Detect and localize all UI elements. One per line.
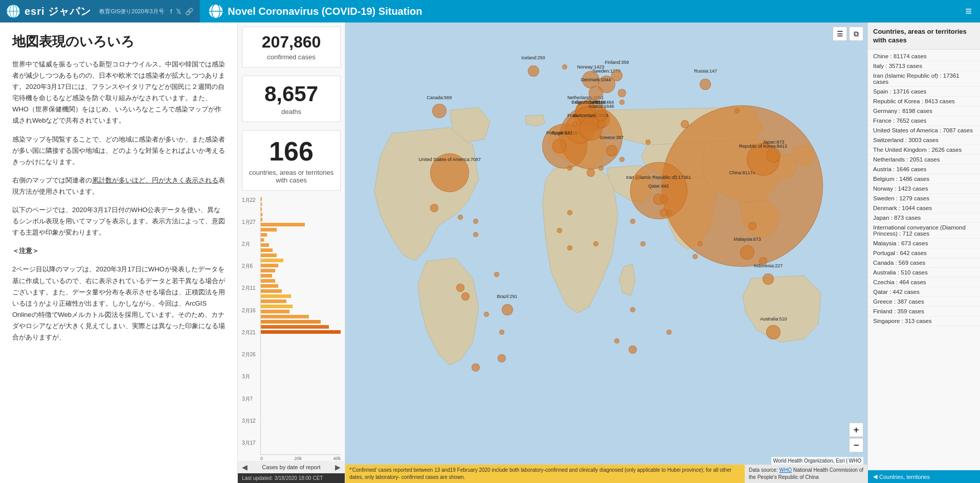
list-item[interactable]: Spain : 13716 cases [868, 87, 980, 97]
map-footnote-source: Data source: WHO National Health Commiss… [745, 465, 867, 483]
app-header: esri ジャパン 教育GIS便り2020年3月号 f 𝕏 🔗 Novel Co… [0, 0, 980, 22]
link-icon[interactable]: 🔗 [185, 8, 193, 15]
zoom-out-btn[interactable]: − [849, 438, 863, 452]
deaths-box: 8,657 deaths [242, 76, 341, 122]
paragraph-2: 感染マップを閲覧することで、どの地域に感染者が多いか、また感染者が多い国に隣接す… [12, 134, 225, 168]
map-footnote-confirmed: *'Confirmed' cases reported between 13 a… [345, 465, 745, 483]
right-panel-title: Countries, areas or territories with cas… [868, 22, 980, 50]
list-item[interactable]: Portugal : 642 cases [868, 248, 980, 258]
list-item[interactable]: Denmark : 1044 cases [868, 203, 980, 213]
list-item[interactable]: Japan : 873 cases [868, 213, 980, 223]
paragraph-3: 右側のマップでは関連者の累計数が多いほど、円が大きく表示される表現方法が使用され… [12, 175, 225, 197]
list-item[interactable]: Finland : 359 cases [868, 307, 980, 316]
list-item[interactable]: Greece : 387 cases [868, 297, 980, 307]
who-link[interactable]: WHO [779, 467, 791, 473]
list-item[interactable]: Italy : 35713 cases [868, 61, 980, 71]
map-toolbar: ☰ ⧉ [833, 27, 863, 41]
deaths-number: 8,657 [249, 82, 334, 106]
country-list: Chine : 81174 casesItaly : 35713 casesIr… [868, 50, 980, 470]
site-label: 教育GIS便り2020年3月号 [99, 8, 164, 15]
paragraph-6: 2ページ目以降のマップは、2020年3月17日にWHOが発表したデータを基に作成… [12, 264, 225, 343]
list-item[interactable]: International conveyance (Diamond Prince… [868, 223, 980, 239]
layers-btn[interactable]: ⧉ [849, 27, 863, 41]
globe-icon [6, 4, 20, 18]
left-panel: 地図表現のいろいろ 世界中で猛威を振るっている新型コロナウイルス。中国や韓国では… [0, 22, 238, 483]
list-item[interactable]: Austria : 1646 cases [868, 165, 980, 174]
list-item[interactable]: Sweden : 1279 cases [868, 194, 980, 203]
countries-label: countries, areas or territories with cas… [249, 169, 334, 184]
list-item[interactable]: France : 7652 cases [868, 116, 980, 126]
list-item[interactable]: Belgium : 1486 cases [868, 174, 980, 184]
confirmed-number: 207,860 [249, 33, 334, 51]
map-area[interactable]: China:81174Iran (Islamic Republic of):17… [345, 22, 867, 483]
hamburger-menu[interactable]: ≡ [957, 5, 980, 18]
list-item[interactable]: Germany : 8198 cases [868, 106, 980, 116]
right-panel: Countries, areas or territories with cas… [867, 22, 980, 483]
list-item[interactable]: Republic of Korea : 8413 cases [868, 97, 980, 106]
list-item[interactable]: Qatar : 442 cases [868, 287, 980, 297]
esri-logo: esri ジャパン [25, 5, 91, 18]
countries-box: 166 countries, areas or territories with… [242, 130, 341, 190]
chart-bars [260, 197, 341, 455]
who-globe-icon [208, 4, 224, 19]
list-item[interactable]: Singapore : 313 cases [868, 316, 980, 326]
map-attribution: World Health Organization, Esri | WHO [771, 457, 863, 465]
confirmed-cases-box: 207,860 confirmed cases [242, 27, 341, 67]
footnote-source-label: Data source: [749, 467, 778, 473]
last-updated: Last updated: 3/18/2020 18:00 CET [238, 473, 345, 483]
list-item[interactable]: The United Kingdom : 2626 cases [868, 145, 980, 155]
list-item[interactable]: Czechia : 464 cases [868, 278, 980, 287]
chart-prev-btn[interactable]: ◀ [242, 463, 248, 471]
chart-next-btn[interactable]: ▶ [335, 463, 341, 471]
header-title: Novel Coronavirus (COVID-19) Situation [228, 6, 422, 17]
map-footnote: *'Confirmed' cases reported between 13 a… [345, 465, 867, 483]
list-item[interactable]: Switzerland : 3003 cases [868, 135, 980, 145]
chart-nav: ◀ Cases by date of report ▶ [238, 461, 345, 473]
footer-label: Countries, territories [879, 474, 930, 480]
facebook-icon[interactable]: f [170, 8, 172, 15]
paragraph-1: 世界中で猛威を振るっている新型コロナウイルス。中国や韓国では感染者が減少しつつあ… [12, 59, 225, 127]
countries-number: 166 [249, 137, 334, 166]
list-view-btn[interactable]: ☰ [833, 27, 847, 41]
list-item[interactable]: Netherlands : 2051 cases [868, 155, 980, 165]
list-item[interactable]: Australia : 510 cases [868, 268, 980, 278]
stats-panel: 207,860 confirmed cases 8,657 deaths 166… [238, 22, 345, 483]
confirmed-label: confirmed cases [249, 53, 334, 61]
list-item[interactable]: United States of America : 7087 cases [868, 126, 980, 135]
chart-x-axis: 0 20k 40k [242, 455, 341, 461]
chart-container: 1月22 1月27 2月 2月6 2月11 2月16 2月21 2月26 3月 … [238, 195, 345, 461]
list-item[interactable]: Chine : 81174 cases [868, 52, 980, 61]
list-item[interactable]: Norway : 1423 cases [868, 184, 980, 194]
list-item[interactable]: Malaysia : 673 cases [868, 239, 980, 248]
chart-nav-label: Cases by date of report [262, 464, 320, 470]
countries-territories-btn[interactable]: ◀ Countries, territories [868, 470, 980, 483]
world-map-svg [345, 22, 867, 465]
chart-y-labels: 1月22 1月27 2月 2月6 2月11 2月16 2月21 2月26 3月 … [242, 197, 260, 455]
paragraph-4: 以下のページでは、2020年3月17日付のWHO公表データを使い、異なるシンボル… [12, 204, 225, 238]
page-title: 地図表現のいろいろ [12, 33, 225, 51]
zoom-in-btn[interactable]: + [849, 423, 863, 437]
list-item[interactable]: Canada : 569 cases [868, 258, 980, 268]
paragraph-5: ＜注意＞ [12, 245, 225, 257]
map-zoom-controls: + − [849, 423, 863, 452]
list-item[interactable]: Iran (Islamic Republic of) : 17361 cases [868, 71, 980, 87]
twitter-icon[interactable]: 𝕏 [176, 8, 181, 15]
footer-icon: ◀ [873, 473, 877, 480]
deaths-label: deaths [249, 108, 334, 116]
